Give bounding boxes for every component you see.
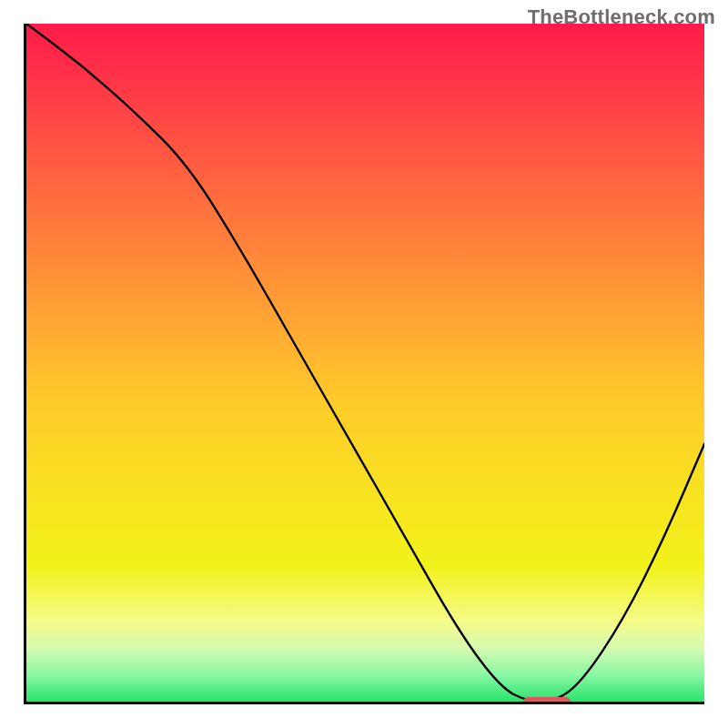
- bottleneck-curve: [26, 24, 704, 702]
- optimal-marker: [523, 697, 571, 704]
- curve-path: [26, 24, 704, 702]
- chart-container: TheBottleneck.com: [0, 0, 728, 728]
- plot-area: [24, 24, 704, 704]
